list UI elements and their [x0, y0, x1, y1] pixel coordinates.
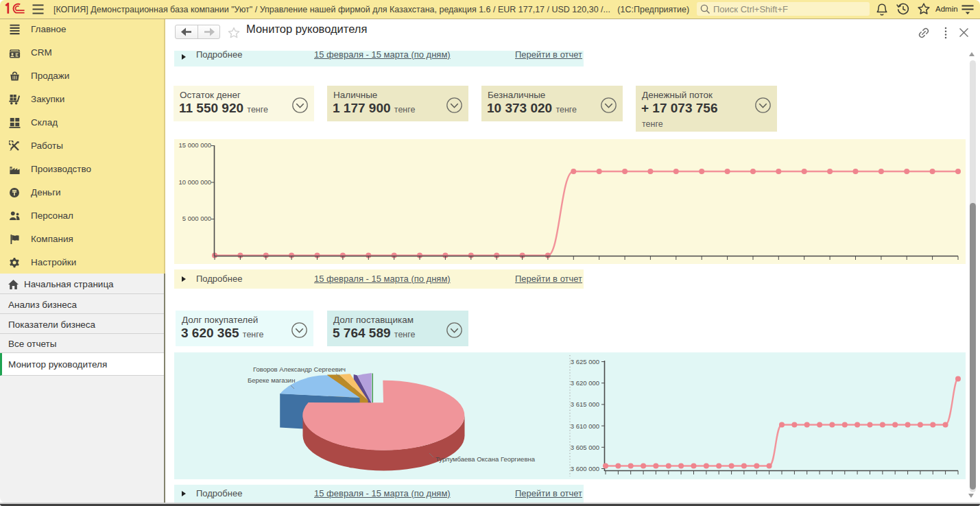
svg-text:3 600 000: 3 600 000 [571, 465, 599, 472]
svg-text:3 625 000: 3 625 000 [571, 358, 599, 365]
svg-text:Говоров Александр Сергеевич: Говоров Александр Сергеевич [253, 365, 346, 373]
svg-text:Турлумбаева Оксана Георгиевна: Турлумбаева Оксана Георгиевна [435, 455, 536, 463]
svg-text:3 610 000: 3 610 000 [571, 422, 599, 430]
svg-text:Береке магазин: Береке магазин [248, 376, 295, 384]
svg-text:15 000 000: 15 000 000 [178, 141, 211, 149]
svg-text:5 000 000: 5 000 000 [182, 215, 211, 222]
svg-text:3 605 000: 3 605 000 [571, 444, 599, 451]
svg-text:3 620 000: 3 620 000 [571, 379, 599, 387]
svg-text:10 000 000: 10 000 000 [178, 178, 211, 186]
svg-text:3 615 000: 3 615 000 [571, 400, 599, 408]
